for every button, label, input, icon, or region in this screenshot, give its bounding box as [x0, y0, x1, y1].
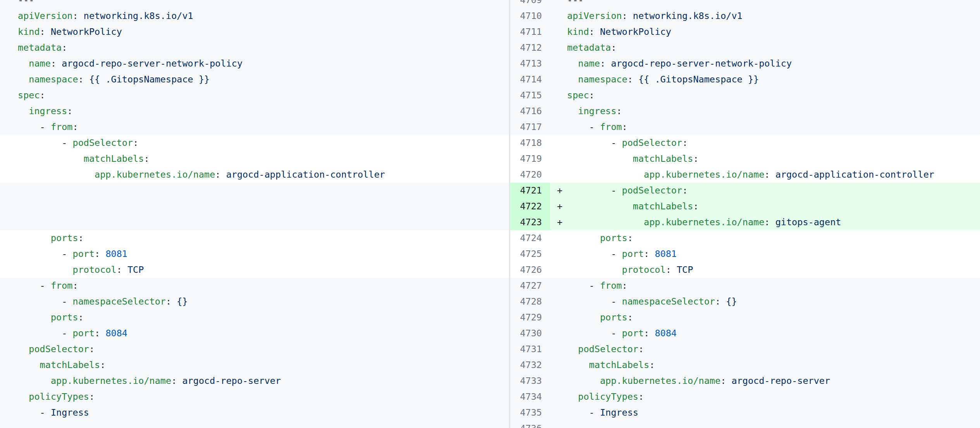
new-line-number[interactable]: 4709: [510, 0, 550, 8]
new-code-cell: kind: NetworkPolicy: [550, 24, 980, 40]
new-line-number[interactable]: 4724: [510, 230, 550, 246]
old-code-placeholder: [0, 199, 509, 214]
new-line-number[interactable]: 4711: [510, 24, 550, 40]
new-code-cell: matchLabels:: [550, 151, 980, 167]
old-code-cell: - Ingress: [0, 405, 509, 421]
new-line-number[interactable]: 4732: [510, 357, 550, 373]
new-code-cell: + app.kubernetes.io/name: gitops-agent: [550, 214, 980, 230]
old-code-cell: app.kubernetes.io/name: argocd-applicati…: [0, 167, 509, 183]
new-line-number[interactable]: 4713: [510, 56, 550, 72]
old-code-cell: ---: [0, 421, 509, 428]
new-line-number[interactable]: 4725: [510, 246, 550, 262]
new-line-number[interactable]: 4726: [510, 262, 550, 278]
old-code-cell: matchLabels:: [0, 151, 509, 167]
old-code-cell: metadata:: [0, 40, 509, 56]
new-code-cell: - from:: [550, 119, 980, 135]
added-marker: +: [557, 214, 567, 230]
new-code-cell: apiVersion: networking.k8s.io/v1: [550, 8, 980, 24]
new-code-cell: namespace: {{ .GitopsNamespace }}: [550, 72, 980, 87]
new-code-cell: + matchLabels:: [550, 199, 980, 214]
new-line-number[interactable]: 4722: [510, 199, 550, 214]
diff-row: matchLabels:4719 matchLabels:: [0, 151, 980, 167]
diff-row: 4721+ - podSelector:: [0, 183, 980, 199]
new-line-number[interactable]: 4718: [510, 135, 550, 151]
diff-row: - from:4717 - from:: [0, 119, 980, 135]
new-code-cell: ---: [550, 421, 980, 428]
diff-row: metadata:4712metadata:: [0, 40, 980, 56]
diff-row: name: argocd-repo-server-network-policy4…: [0, 56, 980, 72]
new-line-number[interactable]: 4719: [510, 151, 550, 167]
new-line-number[interactable]: 4717: [510, 119, 550, 135]
new-line-number[interactable]: 4736: [510, 421, 550, 428]
new-code-cell: app.kubernetes.io/name: argocd-repo-serv…: [550, 373, 980, 389]
new-line-number[interactable]: 4735: [510, 405, 550, 421]
new-code-cell: matchLabels:: [550, 357, 980, 373]
diff-row: - namespaceSelector: {}4728 - namespaceS…: [0, 294, 980, 310]
diff-row: ---4736---: [0, 421, 980, 428]
diff-row: 4723+ app.kubernetes.io/name: gitops-age…: [0, 214, 980, 230]
diff-row: ---4709---: [0, 0, 980, 8]
new-code-cell: - namespaceSelector: {}: [550, 294, 980, 310]
new-line-number[interactable]: 4712: [510, 40, 550, 56]
diff-row: ports:4724 ports:: [0, 230, 980, 246]
old-code-cell: - namespaceSelector: {}: [0, 294, 509, 310]
old-code-cell: apiVersion: networking.k8s.io/v1: [0, 8, 509, 24]
diff-row: - podSelector:4718 - podSelector:: [0, 135, 980, 151]
diff-row: - port: 80844730 - port: 8084: [0, 325, 980, 341]
diff-row: spec:4715spec:: [0, 87, 980, 103]
new-line-number[interactable]: 4714: [510, 72, 550, 87]
new-line-number[interactable]: 4730: [510, 325, 550, 341]
old-code-cell: - from:: [0, 119, 509, 135]
new-code-cell: + - podSelector:: [550, 183, 980, 199]
diff-row: apiVersion: networking.k8s.io/v14710apiV…: [0, 8, 980, 24]
added-marker: +: [557, 199, 567, 214]
diff-row: app.kubernetes.io/name: argocd-applicati…: [0, 167, 980, 183]
new-line-number[interactable]: 4716: [510, 103, 550, 119]
old-code-cell: podSelector:: [0, 341, 509, 357]
new-code-cell: - from:: [550, 278, 980, 294]
new-line-number[interactable]: 4727: [510, 278, 550, 294]
added-marker: +: [557, 183, 567, 199]
new-line-number[interactable]: 4715: [510, 87, 550, 103]
old-code-cell: protocol: TCP: [0, 262, 509, 278]
new-line-number[interactable]: 4720: [510, 167, 550, 183]
new-code-cell: ingress:: [550, 103, 980, 119]
new-code-cell: protocol: TCP: [550, 262, 980, 278]
new-line-number[interactable]: 4723: [510, 214, 550, 230]
old-code-cell: app.kubernetes.io/name: argocd-repo-serv…: [0, 373, 509, 389]
old-code-cell: name: argocd-repo-server-network-policy: [0, 56, 509, 72]
new-code-cell: name: argocd-repo-server-network-policy: [550, 56, 980, 72]
new-line-number[interactable]: 4729: [510, 310, 550, 325]
new-line-number[interactable]: 4734: [510, 389, 550, 405]
new-line-number[interactable]: 4710: [510, 8, 550, 24]
old-code-cell: - from:: [0, 278, 509, 294]
new-code-cell: podSelector:: [550, 341, 980, 357]
diff-row: protocol: TCP4726 protocol: TCP: [0, 262, 980, 278]
diff-row: ingress:4716 ingress:: [0, 103, 980, 119]
new-code-cell: app.kubernetes.io/name: argocd-applicati…: [550, 167, 980, 183]
new-code-cell: ports:: [550, 310, 980, 325]
old-code-cell: ports:: [0, 230, 509, 246]
diff-row: policyTypes:4734 policyTypes:: [0, 389, 980, 405]
diff-row: 4722+ matchLabels:: [0, 199, 980, 214]
new-line-number[interactable]: 4733: [510, 373, 550, 389]
new-code-cell: - Ingress: [550, 405, 980, 421]
old-code-cell: policyTypes:: [0, 389, 509, 405]
diff-row: namespace: {{ .GitopsNamespace }}4714 na…: [0, 72, 980, 87]
old-code-cell: ports:: [0, 310, 509, 325]
old-code-cell: spec:: [0, 87, 509, 103]
new-line-number[interactable]: 4731: [510, 341, 550, 357]
new-code-cell: - podSelector:: [550, 135, 980, 151]
old-code-cell: - podSelector:: [0, 135, 509, 151]
new-line-number[interactable]: 4721: [510, 183, 550, 199]
new-line-number[interactable]: 4728: [510, 294, 550, 310]
old-code-placeholder: [0, 183, 509, 199]
diff-row: - Ingress4735 - Ingress: [0, 405, 980, 421]
new-code-cell: ports:: [550, 230, 980, 246]
new-code-cell: ---: [550, 0, 980, 8]
split-diff: ---4709---apiVersion: networking.k8s.io/…: [0, 0, 980, 428]
diff-row: kind: NetworkPolicy4711kind: NetworkPoli…: [0, 24, 980, 40]
new-code-cell: spec:: [550, 87, 980, 103]
new-code-cell: metadata:: [550, 40, 980, 56]
old-code-cell: ingress:: [0, 103, 509, 119]
